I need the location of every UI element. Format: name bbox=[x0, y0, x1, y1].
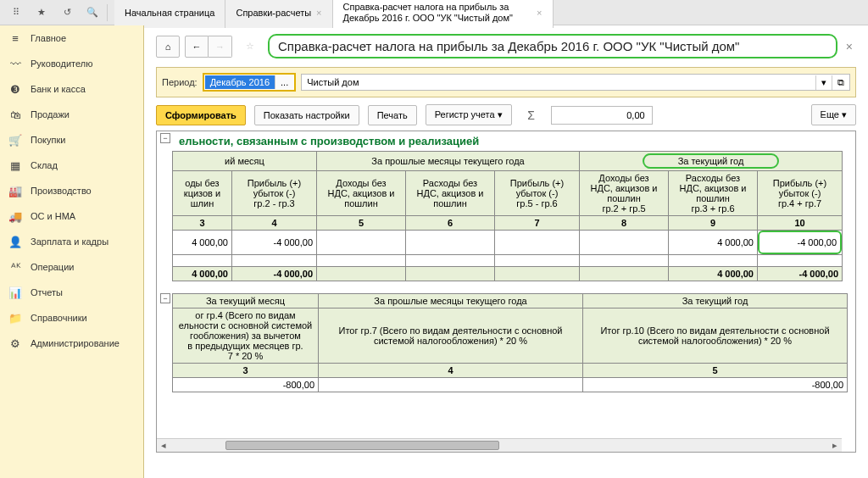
sidebar-item-sales[interactable]: 🛍Продажи bbox=[0, 102, 143, 127]
cell bbox=[317, 231, 406, 255]
person-icon: 👤 bbox=[8, 235, 22, 248]
sidebar-item-dir[interactable]: 📁Справочники bbox=[0, 305, 143, 331]
separator bbox=[107, 4, 108, 21]
tab-reports[interactable]: Справки-расчеты× bbox=[225, 0, 332, 28]
close-icon[interactable]: × bbox=[316, 8, 321, 18]
table-row: -800,00 -800,00 bbox=[173, 378, 848, 392]
truck-icon: 🚚 bbox=[8, 209, 22, 223]
total-row: 4 000,00 -4 000,00 4 000,00 -4 000,00 bbox=[173, 267, 843, 281]
form-button[interactable]: Сформировать bbox=[156, 105, 246, 125]
num: 5 bbox=[317, 216, 406, 231]
cell: -4 000,00 bbox=[758, 267, 843, 281]
num: 3 bbox=[173, 216, 232, 231]
cell: 4 000,00 bbox=[669, 231, 758, 255]
settings-button[interactable]: Показать настройки bbox=[254, 105, 359, 125]
sidebar-item-reports[interactable]: 📊Отчеты bbox=[0, 280, 143, 305]
print-button[interactable]: Печать bbox=[368, 105, 417, 125]
cell: -800,00 bbox=[583, 378, 848, 392]
gear-icon: ⚙ bbox=[8, 336, 22, 350]
num: 4 bbox=[232, 216, 317, 231]
more-button[interactable]: Еще ▾ bbox=[811, 104, 856, 125]
star-icon[interactable]: ★ bbox=[29, 3, 54, 23]
hdr-prev: За прошлые месяцы текущего года bbox=[317, 152, 580, 171]
report-table-1: ий месяц За прошлые месяцы текущего года… bbox=[172, 151, 843, 281]
sum-field[interactable]: 0,00 bbox=[551, 106, 653, 125]
col6: Доходы без НДС, акцизов и пошлин гр.2 + … bbox=[580, 171, 669, 216]
search-icon[interactable]: 🔍 bbox=[80, 3, 105, 23]
page-title: Справка-расчет налога на прибыль за Дека… bbox=[268, 34, 837, 58]
cell: -4 000,00 bbox=[232, 231, 317, 255]
num: 5 bbox=[583, 364, 848, 378]
fav-icon[interactable]: ☆ bbox=[237, 36, 263, 57]
sidebar-item-prod[interactable]: 🏭Производство bbox=[0, 178, 143, 203]
num: 6 bbox=[406, 216, 495, 231]
sidebar-item-bank[interactable]: ❸Банк и касса bbox=[0, 76, 143, 102]
tab-current[interactable]: Справка-расчет налога на прибыль за Дека… bbox=[333, 0, 554, 28]
sigma-icon: Σ bbox=[520, 108, 542, 122]
cart-icon: 🛒 bbox=[8, 133, 22, 147]
forward-button[interactable]: → bbox=[209, 36, 232, 58]
cell bbox=[580, 267, 669, 281]
col3: Доходы без НДС, акцизов и пошлин bbox=[317, 171, 406, 216]
sidebar-item-stock[interactable]: ▦Склад bbox=[0, 153, 143, 178]
collapse-button[interactable]: − bbox=[160, 133, 170, 143]
sidebar-item-ops[interactable]: ᴬᴷОперации bbox=[0, 254, 143, 280]
col5: Прибыль (+) убыток (-) гр.5 - гр.6 bbox=[495, 171, 580, 216]
bag-icon: 🛍 bbox=[8, 108, 22, 121]
cell: -4 000,00 bbox=[232, 267, 317, 281]
arrow-left-icon[interactable]: ◂ bbox=[157, 439, 170, 452]
report-table-2: За текущий месяц За прошлые месяцы текущ… bbox=[172, 293, 848, 392]
tab-bar: Начальная страница Справки-расчеты× Спра… bbox=[114, 0, 554, 28]
cell bbox=[406, 231, 495, 255]
section-title: ельности, связанным с производством и ре… bbox=[174, 131, 479, 151]
sidebar-item-manager[interactable]: 〰Руководителю bbox=[0, 51, 143, 76]
arrow-right-icon[interactable]: ▸ bbox=[828, 439, 842, 452]
cell bbox=[495, 267, 580, 281]
period-input[interactable]: Декабрь 2016 ... bbox=[203, 73, 297, 92]
sidebar: ≡Главное 〰Руководителю ❸Банк и касса 🛍Пр… bbox=[0, 25, 144, 478]
cell bbox=[406, 267, 495, 281]
table-row bbox=[173, 255, 843, 267]
folder-icon: 📁 bbox=[8, 311, 22, 325]
cell: -800,00 bbox=[173, 378, 319, 392]
num: 8 bbox=[580, 216, 669, 231]
chevron-down-icon[interactable]: ▾ bbox=[815, 75, 832, 90]
expand-icon[interactable]: ⧉ bbox=[832, 75, 849, 90]
back-button[interactable]: ← bbox=[185, 36, 209, 58]
cell: 4 000,00 bbox=[173, 267, 232, 281]
ops-icon: ᴬᴷ bbox=[8, 260, 22, 274]
scrollbar-horizontal[interactable]: ◂ ▸ bbox=[157, 438, 842, 452]
grid-icon: ▦ bbox=[8, 158, 22, 172]
sidebar-item-salary[interactable]: 👤Зарплата и кадры bbox=[0, 229, 143, 254]
close-icon[interactable]: × bbox=[537, 8, 542, 18]
top-toolbar: ⠿ ★ ↺ 🔍 Начальная страница Справки-расче… bbox=[0, 0, 868, 25]
action-row: Сформировать Показать настройки Печать Р… bbox=[156, 104, 856, 125]
chart-icon: 〰 bbox=[8, 57, 22, 70]
scrollbar-thumb[interactable] bbox=[225, 441, 499, 450]
cell: 4 000,00 bbox=[669, 267, 758, 281]
ellipsis-button[interactable]: ... bbox=[275, 75, 293, 89]
num: 7 bbox=[495, 216, 580, 231]
report-area[interactable]: − ельности, связанным с производством и … bbox=[156, 131, 856, 453]
close-button[interactable]: × bbox=[843, 40, 856, 53]
org-input[interactable] bbox=[302, 75, 815, 90]
sidebar-item-buy[interactable]: 🛒Покупки bbox=[0, 127, 143, 153]
register-button[interactable]: Регистр учета ▾ bbox=[426, 104, 512, 125]
tab-start[interactable]: Начальная страница bbox=[114, 0, 225, 28]
menu-icon: ≡ bbox=[8, 31, 22, 45]
content: ⌂ ←→ ☆ Справка-расчет налога на прибыль … bbox=[144, 25, 868, 478]
home-button[interactable]: ⌂ bbox=[156, 36, 180, 58]
sidebar-item-assets[interactable]: 🚚ОС и НМА bbox=[0, 203, 143, 229]
period-value: Декабрь 2016 bbox=[205, 75, 275, 89]
cell bbox=[317, 267, 406, 281]
apps-icon[interactable]: ⠿ bbox=[3, 3, 29, 23]
sidebar-item-main[interactable]: ≡Главное bbox=[0, 25, 143, 51]
org-select[interactable]: ▾ ⧉ bbox=[301, 74, 850, 91]
period-label: Период: bbox=[162, 77, 198, 87]
hdr-month: ий месяц bbox=[173, 152, 317, 171]
param-row: Период: Декабрь 2016 ... ▾ ⧉ bbox=[156, 67, 856, 97]
collapse-button[interactable]: − bbox=[160, 293, 170, 303]
sidebar-item-admin[interactable]: ⚙Администрирование bbox=[0, 331, 143, 356]
history-icon[interactable]: ↺ bbox=[54, 3, 80, 23]
col: Итог гр.10 (Всего по видам деятельности … bbox=[583, 308, 848, 364]
